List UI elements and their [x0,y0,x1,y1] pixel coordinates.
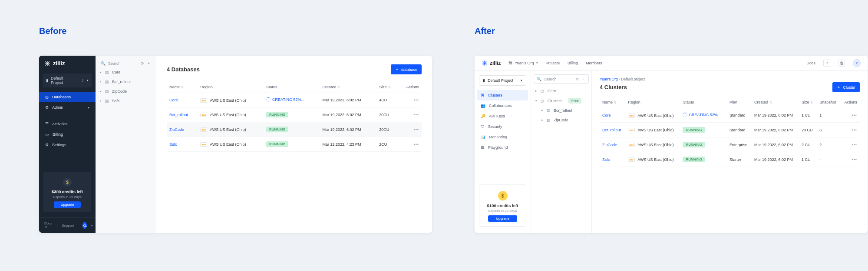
caret-icon: ▾ [535,99,537,103]
aws-icon: aws [200,113,207,117]
caret-icon: ▸ [100,70,102,74]
table-row[interactable]: ZipCode awsAWS US East (Ohio) RUNNING En… [600,137,860,152]
table-row[interactable]: Bcr_rollout awsAWS US East (Ohio) RUNNIN… [167,107,422,122]
table-row[interactable]: Bcr_rollout awsAWS US East (Ohio) RUNNIN… [600,123,860,137]
table-row[interactable]: Core awsAWS US East (Ohio) CREATING 52%.… [167,93,422,107]
nav-security[interactable]: 🛡Security [475,121,531,132]
nav-monitoring[interactable]: 📊Monitoring [475,132,531,142]
chevron-down-icon: ▾ [536,61,538,65]
nav-databases[interactable]: ◷ Databases [39,92,96,102]
org-icon: 🏛 [508,61,512,65]
add-icon[interactable]: ＋ [582,76,586,82]
before-app: zilliz ▮ Default Project ⋮ ▾ ◷ Databases… [39,56,432,233]
row-name[interactable]: ZipCode [169,127,184,132]
tree-item[interactable]: ▸▤Bcr_rollout [98,77,153,87]
nav-apikeys[interactable]: 🔑API Keys [475,111,531,121]
crumb-org[interactable]: Yuan's Org [600,77,618,81]
col-actions: Actions [840,97,860,108]
before-label: Before [39,26,66,36]
nav-admin[interactable]: ⚙ Admin ▾ [39,102,96,113]
row-actions[interactable]: ••• [852,143,857,147]
region-cell: awsAWS US East (Ohio) [628,143,673,147]
col-region: Region [625,97,680,108]
caret-icon: ▸ [100,90,102,93]
trash-icon[interactable]: 🗑 [838,60,845,67]
chevron-down-icon: ▾ [87,79,89,82]
avatar[interactable]: KL [83,222,87,229]
database-icon: ▤ [104,70,109,75]
project-selector[interactable]: ▮ Default Project ⋮ ▾ [43,74,92,87]
table-row[interactable]: ZipCode awsAWS US East (Ohio) RUNNING Ma… [167,122,422,137]
nav-playground[interactable]: ▦Playground [475,142,531,153]
plus-icon: ＋ [837,84,841,90]
row-name[interactable]: Bcr_rollout [602,128,621,132]
upgrade-button[interactable]: Upgrade [54,201,81,208]
row-size: 20CU [376,122,398,137]
docs-link[interactable]: Docs [806,61,815,65]
search-input[interactable]: 🔍 Search ⟳ ＋ [534,74,589,84]
page-title: 4 Clusters [600,84,627,90]
col-name[interactable]: Name⇅ [167,81,198,93]
tree-item[interactable]: ▸◷Core [534,86,589,96]
avatar[interactable]: Y [853,59,861,67]
breadcrumb: Yuan's Org › Default project [600,77,860,81]
row-name[interactable]: Core [602,113,611,117]
nav-clusters[interactable]: ⌘Clusters [477,90,528,100]
tree-item[interactable]: ▸▤Core [98,67,153,77]
region-cell: awsAWS US East (Ohio) [628,128,673,132]
support-link[interactable]: Support [62,224,74,228]
row-actions[interactable]: ••• [852,157,857,162]
col-size[interactable]: Size⇅ [799,97,817,108]
tree-item[interactable]: ▾◷Cluster1 Free [534,96,589,106]
database-icon: ▤ [104,89,109,94]
add-database-button[interactable]: ＋database [391,64,422,74]
col-created[interactable]: Created⇅ [320,81,376,93]
row-size: 20CU [376,107,398,122]
refresh-icon[interactable]: ⟳ [141,61,144,66]
tree-item[interactable]: ▸▤ZipCode [534,115,589,125]
nav-collaborators[interactable]: 👥Collaborators [475,100,531,111]
add-icon[interactable]: ＋ [147,60,151,66]
row-name[interactable]: Bcr_rollout [169,113,188,117]
nav-settings[interactable]: ⚙ Settings [39,140,96,150]
row-created: Mar 19,2022, 6:02 PM [752,108,799,123]
table-row[interactable]: Core awsAWS US East (Ohio) CREATING 52%.… [600,108,860,123]
row-snapshot: 6 [817,123,840,137]
nav-activities[interactable]: ☰ Activities [39,119,96,129]
tree-item[interactable]: ▸▤Ssfc [98,96,153,106]
row-actions[interactable]: ••• [852,113,857,117]
row-actions[interactable]: ••• [414,142,419,147]
project-selector[interactable]: ▮ Default Project ▾ [479,75,526,86]
tree-item[interactable]: ▸▤ZipCode [98,87,153,96]
col-status: Status [680,97,727,108]
aws-icon: aws [628,157,635,162]
row-name[interactable]: ZipCode [602,143,617,147]
table-row[interactable]: Ssfc awsAWS US East (Ohio) RUNNING Start… [600,152,860,167]
org-selector[interactable]: 🏛 Yuan's Org ▾ [508,61,538,65]
tree-item[interactable]: ▸▤Bcr_rollout [534,106,589,115]
docs-link[interactable]: Docs ↗ [44,221,52,229]
table-row[interactable]: Ssfc awsAWS US East (Ohio) RUNNING Mar 1… [167,137,422,152]
add-cluster-button[interactable]: ＋Cluster [832,82,860,92]
col-size[interactable]: Size⇅ [376,81,398,93]
monitor-icon: 📊 [481,135,485,139]
topnav-members[interactable]: Members [586,61,602,65]
row-name[interactable]: Ssfc [602,157,610,162]
upgrade-button[interactable]: Upgrade [488,215,517,222]
help-icon[interactable]: ? [823,60,830,67]
search-input[interactable]: 🔍 Search ⟳ ＋ [98,59,153,67]
col-name[interactable]: Name⇅ [600,97,625,108]
nav-billing[interactable]: ▭ Billing [39,129,96,140]
row-name[interactable]: Ssfc [169,142,177,147]
topbar: zilliz 🏛 Yuan's Org ▾ Projects Billing M… [475,56,868,71]
topnav-billing[interactable]: Billing [568,61,578,65]
aws-icon: aws [200,98,207,103]
row-actions[interactable]: ••• [852,128,857,132]
row-actions[interactable]: ••• [414,127,419,132]
refresh-icon[interactable]: ⟳ [576,77,579,81]
row-name[interactable]: Core [169,98,178,102]
col-created[interactable]: Created⇅ [752,97,799,108]
row-actions[interactable]: ••• [414,113,419,117]
row-actions[interactable]: ••• [414,98,419,102]
topnav-projects[interactable]: Projects [546,61,560,65]
